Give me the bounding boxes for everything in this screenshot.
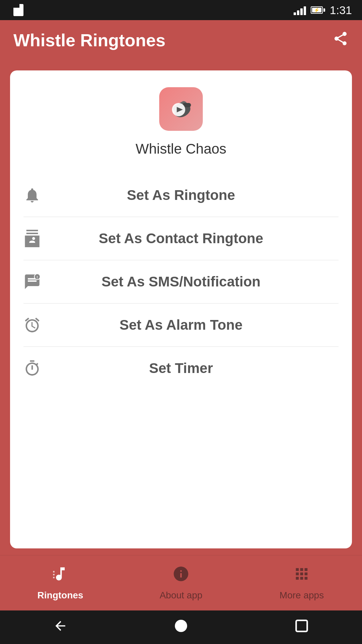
nav-item-more-apps[interactable]: More apps — [241, 565, 362, 601]
card: Whistle Chaos Set As Ringtone — [10, 70, 352, 548]
ringtones-nav-icon — [52, 565, 69, 587]
battery-icon: ⚡ — [311, 6, 325, 14]
set-contact-ringtone-label: Set As Contact Ringtone — [50, 230, 339, 247]
home-button[interactable] — [174, 619, 188, 636]
signal-bar-2 — [297, 10, 299, 15]
svg-rect-8 — [296, 620, 307, 631]
nav-item-about[interactable]: About app — [121, 565, 241, 601]
system-nav — [0, 610, 362, 644]
set-timer-item[interactable]: Set Timer — [23, 347, 339, 390]
menu-list: Set As Ringtone Set As Contact Ringtone — [23, 174, 339, 390]
app-title: Whistle Ringtones — [13, 30, 333, 50]
recents-button[interactable] — [294, 619, 309, 636]
set-alarm-item[interactable]: Set As Alarm Tone — [23, 304, 339, 347]
back-button[interactable] — [53, 619, 68, 636]
battery-lightning: ⚡ — [314, 7, 319, 13]
sms-icon: ! — [23, 273, 50, 290]
sd-card-icon — [13, 4, 23, 16]
timer-icon — [23, 360, 50, 377]
set-contact-ringtone-item[interactable]: Set As Contact Ringtone — [23, 217, 339, 260]
nav-item-ringtones[interactable]: Ringtones — [0, 565, 121, 601]
more-apps-nav-icon — [293, 565, 310, 587]
app-bar: Whistle Ringtones — [0, 20, 362, 60]
signal-bar-3 — [300, 8, 303, 15]
set-ringtone-item[interactable]: Set As Ringtone — [23, 174, 339, 217]
about-nav-label: About app — [160, 590, 202, 601]
battery-body: ⚡ — [311, 6, 323, 14]
status-bar-left — [13, 4, 23, 16]
main-content: Whistle Chaos Set As Ringtone — [0, 60, 362, 555]
signal-bar-4 — [304, 6, 306, 15]
ringtones-nav-label: Ringtones — [38, 590, 83, 601]
contact-icon — [23, 230, 50, 247]
set-sms-item[interactable]: ! Set As SMS/Notification — [23, 260, 339, 304]
signal-icon — [294, 5, 306, 15]
app-icon — [159, 87, 203, 131]
set-sms-label: Set As SMS/Notification — [50, 274, 339, 290]
status-bar: ⚡ 1:31 — [0, 0, 362, 20]
battery-tip — [323, 8, 325, 12]
svg-text:!: ! — [37, 275, 38, 279]
signal-bar-1 — [294, 12, 296, 15]
more-apps-nav-label: More apps — [280, 590, 324, 601]
set-ringtone-label: Set As Ringtone — [50, 187, 339, 203]
whistle-icon — [166, 94, 196, 124]
app-name: Whistle Chaos — [136, 141, 227, 157]
status-bar-right: ⚡ 1:31 — [294, 4, 352, 17]
about-nav-icon — [172, 565, 190, 587]
bottom-nav: Ringtones About app More apps — [0, 555, 362, 610]
set-alarm-label: Set As Alarm Tone — [50, 317, 339, 333]
bell-icon — [23, 186, 50, 204]
status-time: 1:31 — [330, 4, 352, 17]
svg-point-7 — [175, 620, 187, 632]
app-icon-area: Whistle Chaos — [23, 87, 339, 157]
alarm-icon — [23, 316, 50, 334]
share-button[interactable] — [333, 31, 349, 50]
set-timer-label: Set Timer — [50, 360, 339, 376]
